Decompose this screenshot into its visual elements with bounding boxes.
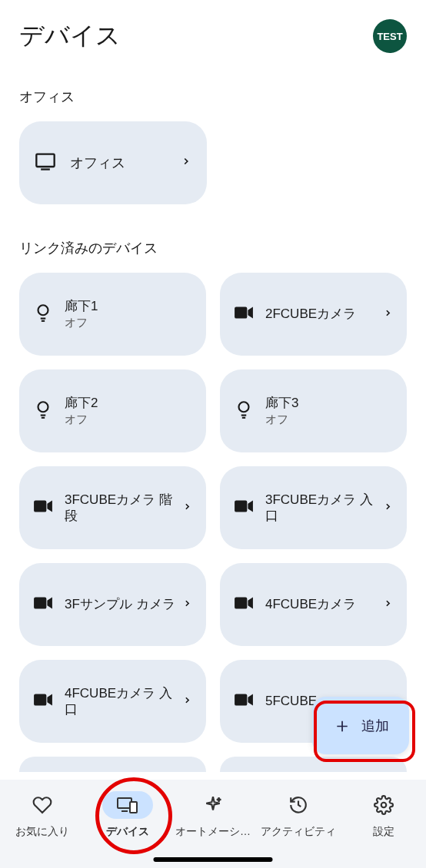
office-card[interactable]: オフィス <box>19 121 207 204</box>
svg-point-2 <box>38 305 48 315</box>
device-card[interactable]: 3FCUBEカメラ 階段 <box>19 466 206 549</box>
device-info: 3FCUBEカメラ 入口 <box>265 492 378 525</box>
chevron-right-icon <box>182 694 192 708</box>
device-name: 4FCUBEカメラ 入口 <box>65 685 178 718</box>
device-status: オフ <box>65 316 192 330</box>
section-title-office: オフィス <box>19 88 407 106</box>
camera-icon <box>234 499 254 517</box>
history-icon <box>273 791 324 819</box>
bulb-icon <box>234 399 254 422</box>
gear-icon <box>358 791 409 819</box>
avatar[interactable]: TEST <box>373 19 407 53</box>
device-info: 4FCUBEカメラ 入口 <box>65 685 178 718</box>
device-name: 3FCUBEカメラ 入口 <box>265 492 378 525</box>
nav-item-heart[interactable]: お気に入り <box>2 791 82 839</box>
display-icon <box>35 151 56 175</box>
chevron-right-icon <box>182 598 192 611</box>
device-status: オフ <box>265 412 393 427</box>
home-indicator <box>154 857 273 862</box>
add-fab[interactable]: ＋ 追加 <box>312 697 409 754</box>
device-info: 廊下3オフ <box>265 395 393 427</box>
plus-icon: ＋ <box>332 712 352 739</box>
device-info: 3FCUBEカメラ 階段 <box>65 492 178 525</box>
device-card[interactable]: 4FCUBEカメラ <box>220 563 407 646</box>
nav-label: デバイス <box>106 825 149 839</box>
partial-card <box>19 757 206 772</box>
camera-icon <box>33 692 53 711</box>
svg-rect-13 <box>235 500 247 512</box>
chevron-right-icon <box>383 307 393 321</box>
office-card-label: オフィス <box>70 154 176 172</box>
device-info: 4FCUBEカメラ <box>265 596 378 612</box>
camera-icon <box>234 595 254 614</box>
svg-rect-14 <box>34 597 46 608</box>
content-area: オフィス オフィス リンク済みのデバイス 廊下1オフ2FCUBEカメラ廊下2オフ… <box>0 88 426 772</box>
nav-label: オートメーシ… <box>175 825 251 839</box>
device-card[interactable]: 廊下3オフ <box>220 369 407 452</box>
devices-grid: 廊下1オフ2FCUBEカメラ廊下2オフ廊下3オフ3FCUBEカメラ 階段3FCU… <box>19 273 407 743</box>
device-name: 3FCUBEカメラ 階段 <box>65 492 178 525</box>
device-card[interactable]: 廊下2オフ <box>19 369 206 452</box>
chevron-right-icon <box>182 501 192 515</box>
header: デバイス TEST <box>0 0 426 76</box>
devices-icon <box>102 791 153 819</box>
device-info: 廊下2オフ <box>65 395 192 427</box>
sparkle-icon <box>188 791 238 819</box>
camera-icon <box>33 499 53 517</box>
device-name: 廊下1 <box>65 298 192 314</box>
device-info: 廊下1オフ <box>65 298 192 330</box>
device-name: 廊下3 <box>265 395 393 411</box>
svg-point-21 <box>381 803 386 808</box>
camera-icon <box>33 595 53 614</box>
camera-icon <box>234 305 254 323</box>
nav-item-gear[interactable]: 設定 <box>344 791 424 839</box>
device-card[interactable]: 3FCUBEカメラ 入口 <box>220 466 407 549</box>
svg-point-9 <box>239 402 249 412</box>
device-name: 3Fサンプル カメラ <box>65 596 178 612</box>
nav-item-sparkle[interactable]: オートメーシ… <box>173 791 253 839</box>
nav-label: お気に入り <box>15 825 69 839</box>
svg-rect-15 <box>235 597 247 608</box>
device-info: 3Fサンプル カメラ <box>65 596 178 612</box>
chevron-right-icon <box>181 156 191 170</box>
svg-rect-0 <box>36 154 54 167</box>
nav-label: アクティビティ <box>261 825 336 839</box>
add-fab-label: 追加 <box>361 717 389 735</box>
section-title-linked: リンク済みのデバイス <box>19 239 407 257</box>
device-card[interactable]: 3Fサンプル カメラ <box>19 563 206 646</box>
device-name: 4FCUBEカメラ <box>265 596 378 612</box>
device-name: 2FCUBEカメラ <box>265 306 378 322</box>
svg-rect-5 <box>235 306 247 318</box>
device-card[interactable]: 廊下1オフ <box>19 273 206 356</box>
bottom-nav: お気に入りデバイスオートメーシ…アクティビティ設定 <box>0 780 426 868</box>
nav-label: 設定 <box>373 825 394 839</box>
nav-item-history[interactable]: アクティビティ <box>258 791 338 839</box>
device-card[interactable]: 4FCUBEカメラ 入口 <box>19 660 206 743</box>
svg-rect-20 <box>130 802 137 813</box>
svg-point-6 <box>38 402 48 412</box>
svg-rect-17 <box>235 694 247 705</box>
heart-icon <box>17 791 68 819</box>
bulb-icon <box>33 303 53 326</box>
device-info: 2FCUBEカメラ <box>265 306 378 322</box>
partial-card <box>220 757 407 772</box>
device-card[interactable]: 2FCUBEカメラ <box>220 273 407 356</box>
chevron-right-icon <box>383 501 393 515</box>
svg-rect-12 <box>34 500 46 512</box>
device-name: 廊下2 <box>65 395 192 411</box>
chevron-right-icon <box>383 598 393 611</box>
nav-item-devices[interactable]: デバイス <box>88 791 168 839</box>
page-title: デバイス <box>19 19 121 53</box>
partial-device-row <box>19 757 407 772</box>
camera-icon <box>234 692 254 711</box>
bulb-icon <box>33 399 53 422</box>
svg-rect-16 <box>34 694 46 705</box>
device-status: オフ <box>65 412 192 427</box>
